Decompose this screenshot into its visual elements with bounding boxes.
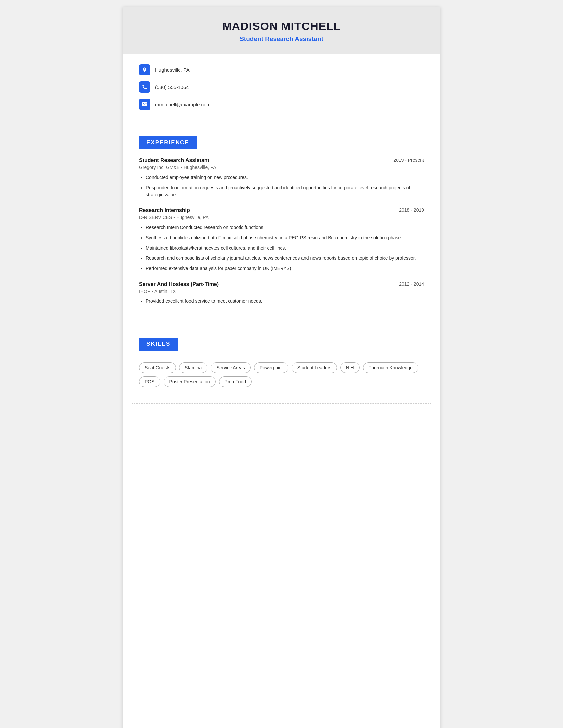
skills-header: SKILLS [139,338,177,351]
job-dates-3: 2012 - 2014 [399,281,424,287]
job-company-1: Gregory Inc. GM&E • Hughesville, PA [139,165,424,170]
job-header-1: Student Research Assistant 2019 - Presen… [139,158,424,163]
skills-section: SKILLS Seat Guests Stamina Service Areas… [122,338,441,400]
skill-tag: Prep Food [219,376,252,387]
bullet-item: Maintained fibroblasts/keratinocytes cel… [146,245,424,251]
experience-section: EXPERIENCE Student Research Assistant 20… [122,136,441,324]
skill-tag: POS [139,376,160,387]
bullet-item: Provided excellent food service to meet … [146,298,424,305]
bullet-item: Conducted employee training on new proce… [146,174,424,181]
job-company-2: D-R SERVICES • Hughesville, PA [139,215,424,220]
bullet-item: Responded to information requests and pr… [146,184,424,198]
job-title-1: Student Research Assistant [139,158,209,163]
skill-tag: NIH [341,362,360,373]
bullet-item: Research Intern Conducted research on ro… [146,224,424,231]
location-icon [139,64,150,75]
job-title-2: Research Internship [139,207,190,213]
phone-item: (530) 555-1064 [139,81,424,93]
job-header-3: Server And Hostess (Part-Time) 2012 - 20… [139,281,424,287]
job-dates-2: 2018 - 2019 [399,207,424,213]
resume-container: MADISON MITCHELL Student Research Assist… [122,7,441,728]
email-item: mmitchell@example.com [139,99,424,110]
location-text: Hughesville, PA [155,67,190,73]
divider-1 [132,129,431,129]
contact-section: Hughesville, PA (530) 555-1064 mmitchell… [122,54,441,122]
job-header-2: Research Internship 2018 - 2019 [139,207,424,213]
skill-tag: Thorough Knowledge [363,362,418,373]
bullet-item: Performed extensive data analysis for pa… [146,265,424,272]
job-title-3: Server And Hostess (Part-Time) [139,281,218,287]
email-icon [139,99,150,110]
job-entry-2: Research Internship 2018 - 2019 D-R SERV… [139,207,424,272]
job-bullets-2: Research Intern Conducted research on ro… [139,224,424,272]
phone-icon [139,81,150,93]
experience-header: EXPERIENCE [139,136,197,149]
skills-tags: Seat Guests Stamina Service Areas Powerp… [139,362,424,387]
skill-tag: Powerpoint [254,362,289,373]
email-text: mmitchell@example.com [155,102,211,107]
job-bullets-3: Provided excellent food service to meet … [139,298,424,305]
candidate-title: Student Research Assistant [129,35,434,43]
bullet-item: Synthesized peptides utilizing both F-mo… [146,234,424,241]
phone-text: (530) 555-1064 [155,84,189,90]
skill-tag: Service Areas [211,362,250,373]
skill-tag: Seat Guests [139,362,176,373]
job-bullets-1: Conducted employee training on new proce… [139,174,424,198]
divider-2 [132,331,431,331]
header-section: MADISON MITCHELL Student Research Assist… [122,7,441,54]
skill-tag: Poster Presentation [164,376,215,387]
skill-tag: Stamina [179,362,207,373]
skill-tag: Student Leaders [292,362,337,373]
location-item: Hughesville, PA [139,64,424,75]
candidate-name: MADISON MITCHELL [129,20,434,33]
divider-3 [132,403,431,404]
job-company-3: IHOP • Austin, TX [139,289,424,294]
bullet-item: Research and compose lists of scholarly … [146,255,424,262]
job-entry-1: Student Research Assistant 2019 - Presen… [139,158,424,198]
job-dates-1: 2019 - Present [394,158,424,163]
job-entry-3: Server And Hostess (Part-Time) 2012 - 20… [139,281,424,305]
